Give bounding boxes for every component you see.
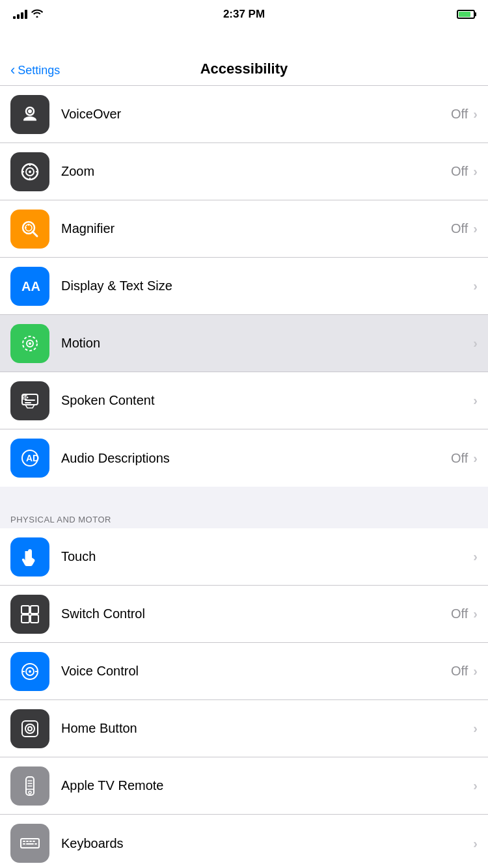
- svg-line-11: [33, 232, 37, 236]
- motion-icon: [10, 324, 49, 363]
- spoken-content-icon: SD: [10, 381, 49, 420]
- switch-control-status: Off: [451, 606, 468, 621]
- switch-control-label: Switch Control: [61, 606, 451, 621]
- svg-rect-27: [31, 606, 38, 614]
- back-button[interactable]: ‹ Settings: [10, 64, 60, 77]
- display-text-label: Display & Text Size: [61, 278, 473, 293]
- svg-text:SD: SD: [23, 395, 29, 400]
- apple-tv-label: Apple TV Remote: [61, 778, 473, 793]
- page-title: Accessibility: [200, 61, 288, 77]
- zoom-chevron-icon: ›: [473, 164, 478, 179]
- magnifier-status: Off: [451, 221, 468, 236]
- back-label: Settings: [18, 64, 60, 77]
- zoom-status: Off: [451, 164, 468, 179]
- apple-tv-icon: [10, 766, 49, 806]
- keyboards-chevron-icon: ›: [473, 836, 478, 851]
- voiceover-icon: [10, 95, 49, 134]
- home-button-icon: [10, 709, 49, 748]
- voice-control-icon: [10, 652, 49, 691]
- audio-desc-status: Off: [451, 451, 468, 466]
- home-button-chevron-icon: ›: [473, 721, 478, 736]
- svg-text:AD: AD: [26, 453, 39, 463]
- magnifier-label: Magnifier: [61, 221, 451, 236]
- svg-point-8: [29, 170, 31, 173]
- audio-desc-icon: AD: [10, 439, 49, 478]
- voice-control-chevron-icon: ›: [473, 664, 478, 679]
- zoom-label: Zoom: [61, 164, 451, 179]
- voiceover-chevron-icon: ›: [473, 107, 478, 122]
- back-chevron-icon: ‹: [10, 63, 15, 77]
- svg-rect-28: [21, 615, 29, 623]
- display-text-icon: AA: [10, 267, 49, 306]
- audio-desc-chevron-icon: ›: [473, 451, 478, 466]
- status-left: [13, 8, 43, 20]
- section-gap: [0, 487, 488, 509]
- svg-point-37: [28, 727, 32, 731]
- keyboards-row[interactable]: Keyboards ›: [0, 815, 488, 868]
- touch-row[interactable]: Touch ›: [0, 528, 488, 586]
- voiceover-status: Off: [451, 107, 468, 122]
- keyboards-icon: [10, 824, 49, 863]
- svg-point-1: [28, 109, 32, 113]
- display-text-row[interactable]: AA Display & Text Size ›: [0, 258, 488, 315]
- motion-label: Motion: [61, 336, 473, 351]
- home-button-row[interactable]: Home Button ›: [0, 700, 488, 757]
- touch-icon: [10, 537, 49, 576]
- svg-point-32: [29, 670, 31, 673]
- switch-control-row[interactable]: Switch Control Off ›: [0, 586, 488, 643]
- svg-rect-21: [25, 402, 31, 403]
- audio-desc-row[interactable]: AD Audio Descriptions Off ›: [0, 429, 488, 487]
- svg-point-40: [29, 791, 31, 794]
- magnifier-row[interactable]: Magnifier Off ›: [0, 200, 488, 258]
- motion-row[interactable]: Motion ›: [0, 315, 488, 372]
- home-button-label: Home Button: [61, 721, 473, 736]
- nav-bar: ‹ Settings Accessibility: [0, 29, 488, 86]
- status-time: 2:37 PM: [223, 8, 265, 21]
- battery-fill: [459, 12, 470, 17]
- svg-text:AA: AA: [21, 279, 40, 293]
- wifi-icon: [31, 8, 43, 20]
- svg-rect-20: [25, 400, 35, 401]
- touch-chevron-icon: ›: [473, 549, 478, 564]
- svg-point-36: [25, 724, 34, 733]
- signal-bars-icon: [13, 10, 27, 19]
- svg-rect-26: [21, 606, 29, 614]
- voiceover-label: VoiceOver: [61, 107, 451, 122]
- voice-control-label: Voice Control: [61, 664, 451, 679]
- svg-rect-35: [22, 721, 38, 737]
- status-right: [457, 10, 475, 19]
- apple-tv-chevron-icon: ›: [473, 778, 478, 793]
- zoom-icon: [10, 152, 49, 191]
- battery-icon: [457, 10, 475, 19]
- magnifier-chevron-icon: ›: [473, 221, 478, 236]
- spoken-content-row[interactable]: SD Spoken Content ›: [0, 372, 488, 429]
- svg-rect-29: [31, 615, 38, 623]
- magnifier-icon: [10, 210, 49, 249]
- switch-control-chevron-icon: ›: [473, 606, 478, 621]
- voice-control-row[interactable]: Voice Control Off ›: [0, 643, 488, 700]
- spoken-content-label: Spoken Content: [61, 393, 473, 408]
- switch-control-icon: [10, 595, 49, 634]
- svg-point-17: [29, 342, 31, 345]
- audio-desc-label: Audio Descriptions: [61, 451, 451, 466]
- touch-label: Touch: [61, 549, 473, 564]
- physical-section: Touch › Switch Control Off › Vo: [0, 528, 488, 868]
- motion-chevron-icon: ›: [473, 336, 478, 351]
- physical-section-header: PHYSICAL AND MOTOR: [0, 509, 488, 528]
- spoken-content-chevron-icon: ›: [473, 393, 478, 408]
- vision-section: VoiceOver Off › Zoom Off ›: [0, 86, 488, 487]
- status-bar: 2:37 PM: [0, 0, 488, 29]
- zoom-row[interactable]: Zoom Off ›: [0, 143, 488, 200]
- display-text-chevron-icon: ›: [473, 278, 478, 293]
- apple-tv-row[interactable]: Apple TV Remote ›: [0, 757, 488, 815]
- keyboards-label: Keyboards: [61, 836, 473, 851]
- voiceover-row[interactable]: VoiceOver Off ›: [0, 86, 488, 143]
- voice-control-status: Off: [451, 664, 468, 679]
